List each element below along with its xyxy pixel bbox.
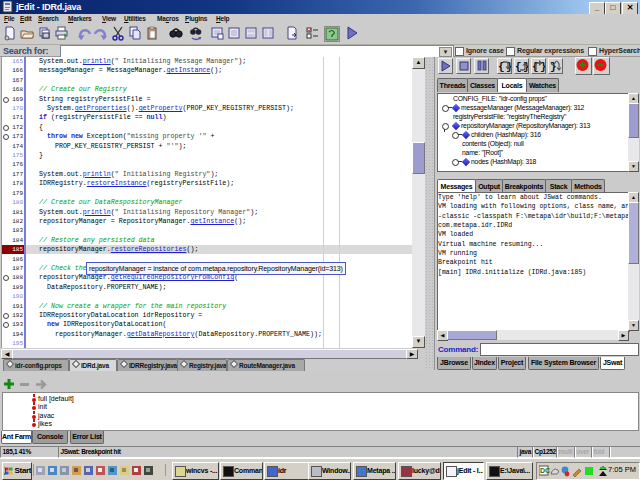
svg-text:{: { [498,61,505,73]
svg-text:{: { [515,61,522,73]
svg-text:DC: DC [540,467,550,474]
